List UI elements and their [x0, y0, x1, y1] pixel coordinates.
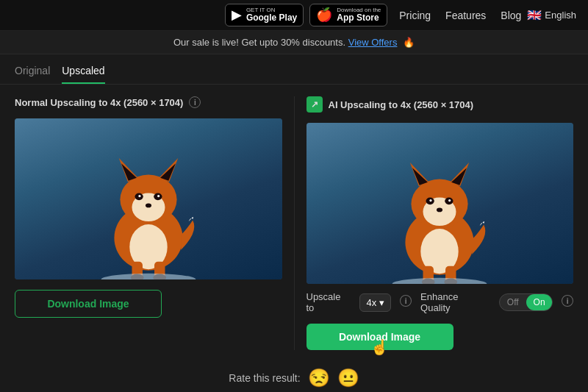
- blog-link[interactable]: Blog: [501, 10, 521, 21]
- sad-rating-button[interactable]: 😒: [308, 369, 330, 387]
- app-store-badge[interactable]: 🍎 Download on the App Store: [309, 4, 387, 27]
- rating-label: Rate this result:: [229, 372, 300, 384]
- rating-row: Rate this result: 😒 😐: [0, 359, 588, 392]
- svg-point-17: [101, 274, 196, 279]
- tabs-row: Original Upscaled: [0, 54, 588, 85]
- chevron-down-icon: ▾: [379, 297, 384, 308]
- upscale-value: 4x: [366, 297, 376, 308]
- right-fox-image: [306, 123, 574, 284]
- features-link[interactable]: Features: [445, 10, 486, 21]
- ai-icon: ↗: [306, 96, 323, 113]
- svg-marker-6: [121, 164, 137, 181]
- google-play-big-text: Google Play: [246, 13, 297, 23]
- flag-icon: 🇬🇧: [527, 8, 542, 22]
- upscale-info-icon[interactable]: i: [400, 295, 412, 307]
- fox-svg-right: [359, 142, 520, 284]
- upscale-select[interactable]: 4x ▾: [359, 293, 391, 312]
- language-label: English: [545, 10, 576, 21]
- svg-marker-7: [160, 164, 176, 181]
- svg-point-29: [448, 199, 451, 202]
- left-panel-header: Normal Upscaling to 4x (2560 × 1704) i: [15, 96, 282, 108]
- left-image-box: [15, 118, 282, 279]
- left-download-button[interactable]: Download Image: [15, 290, 162, 318]
- left-panel: Normal Upscaling to 4x (2560 × 1704) i: [15, 96, 294, 350]
- upscale-label: Upscale to: [306, 291, 351, 313]
- svg-point-12: [146, 204, 151, 208]
- right-panel-title: AI Upscaling to 4x (2560 × 1704): [329, 99, 474, 110]
- sale-text: Our sale is live! Get upto 30% discounts…: [173, 37, 345, 48]
- right-image-box: [306, 123, 574, 284]
- toggle-off-button[interactable]: Off: [500, 294, 526, 310]
- svg-point-30: [437, 208, 442, 213]
- sale-banner: Our sale is live! Get upto 30% discounts…: [0, 31, 588, 54]
- controls-row: Upscale to 4x ▾ i Enhance Quality Off On…: [306, 291, 574, 313]
- pricing-link[interactable]: Pricing: [399, 10, 431, 21]
- fox-svg-left: [68, 138, 229, 279]
- toggle-on-button[interactable]: On: [526, 294, 553, 310]
- google-play-badge[interactable]: ▶ GET IT ON Google Play: [225, 4, 304, 27]
- left-download-row: Download Image: [15, 290, 282, 318]
- language-selector[interactable]: 🇬🇧 English: [527, 8, 576, 22]
- fire-icon: 🔥: [403, 37, 415, 48]
- top-nav: ▶ GET IT ON Google Play 🍎 Download on th…: [0, 0, 588, 31]
- tab-upscaled[interactable]: Upscaled: [62, 62, 104, 84]
- svg-point-10: [138, 195, 140, 197]
- apple-icon: 🍎: [316, 8, 332, 21]
- right-panel: ↗ AI Upscaling to 4x (2560 × 1704): [294, 96, 574, 350]
- enhance-toggle[interactable]: Off On: [499, 293, 553, 311]
- left-panel-title: Normal Upscaling to 4x (2560 × 1704): [15, 97, 183, 108]
- app-store-big-text: App Store: [337, 13, 381, 23]
- right-download-label: Download Image: [339, 331, 420, 343]
- enhance-label: Enhance Quality: [420, 291, 490, 313]
- main-content: Normal Upscaling to 4x (2560 × 1704) i: [0, 85, 588, 359]
- left-info-icon[interactable]: i: [189, 96, 201, 108]
- enhance-info-icon[interactable]: i: [562, 295, 573, 307]
- nav-links: Pricing Features Blog: [399, 10, 521, 21]
- right-download-row: Download Image ☝: [306, 324, 574, 350]
- right-panel-header: ↗ AI Upscaling to 4x (2560 × 1704): [306, 96, 574, 113]
- left-fox-image: [15, 118, 282, 279]
- svg-point-35: [392, 278, 487, 284]
- google-play-icon: ▶: [232, 8, 242, 21]
- svg-marker-24: [412, 168, 428, 185]
- tab-original[interactable]: Original: [15, 62, 50, 84]
- svg-point-11: [157, 195, 159, 197]
- svg-point-28: [430, 199, 432, 202]
- neutral-rating-button[interactable]: 😐: [337, 369, 359, 387]
- svg-marker-25: [451, 168, 467, 185]
- right-download-button[interactable]: Download Image ☝: [306, 324, 453, 350]
- view-offers-link[interactable]: View Offers: [348, 37, 398, 48]
